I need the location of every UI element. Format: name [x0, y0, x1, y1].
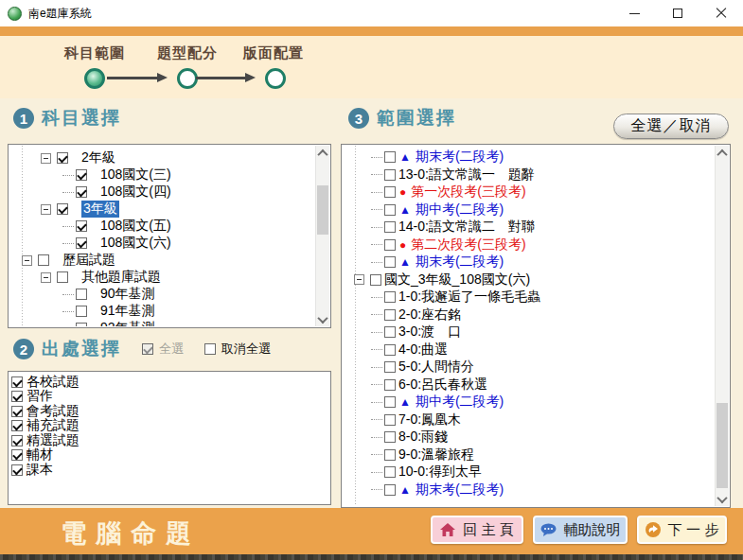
checkbox[interactable]: [384, 151, 396, 163]
tree-item[interactable]: 3年級: [9, 201, 314, 218]
tree-item[interactable]: 92年基測: [9, 320, 314, 326]
scroll-down-button[interactable]: [716, 492, 729, 506]
subject-panel-header: 1 科目選擇: [13, 106, 121, 131]
next-button[interactable]: 下 一 步: [637, 516, 727, 544]
checkbox[interactable]: [384, 344, 396, 356]
range-scrollbar[interactable]: [715, 146, 729, 506]
tree-item[interactable]: 91年基測: [9, 303, 314, 320]
source-item[interactable]: 補充試題: [11, 419, 329, 434]
tree-item[interactable]: ▲期末考(二段考): [343, 481, 714, 499]
checkbox[interactable]: [384, 186, 396, 198]
scrollbar-thumb[interactable]: [317, 185, 328, 235]
tree-item[interactable]: 108國文(四): [9, 184, 314, 201]
checkbox[interactable]: [57, 203, 68, 215]
checkbox[interactable]: [384, 361, 396, 373]
checkbox[interactable]: [76, 186, 87, 198]
checkbox[interactable]: [76, 220, 87, 232]
tree-item-label: 91年基測: [100, 303, 155, 320]
checkbox[interactable]: [76, 323, 87, 326]
checkbox[interactable]: [384, 256, 396, 268]
expander-icon[interactable]: [22, 255, 32, 266]
tree-item[interactable]: ●第二次段考(三段考): [343, 236, 714, 254]
home-button[interactable]: 回 主 頁: [431, 516, 523, 544]
source-item[interactable]: 習作: [11, 390, 329, 405]
checkbox[interactable]: [11, 406, 23, 417]
tree-item[interactable]: 7-0:鳳凰木: [343, 411, 714, 429]
tree-item[interactable]: ▲期末考(二段考): [343, 149, 714, 166]
checkbox[interactable]: [76, 289, 87, 300]
tree-item[interactable]: 9-0:溫馨旅程: [343, 446, 714, 464]
tree-item[interactable]: 13-0:語文常識一 題辭: [343, 166, 714, 184]
checkbox[interactable]: [384, 326, 396, 338]
tree-item[interactable]: 90年基測: [9, 286, 314, 303]
tree-item[interactable]: 1-0:我邂逅了一條毛毛蟲: [343, 289, 714, 306]
checkbox[interactable]: [384, 484, 396, 496]
tree-item[interactable]: ▲期中考(二段考): [343, 201, 714, 219]
checkbox[interactable]: [384, 169, 396, 181]
tree-item[interactable]: 4-0:曲選: [343, 341, 714, 359]
scrollbar-thumb[interactable]: [716, 403, 728, 488]
maximize-button[interactable]: [656, 0, 699, 26]
checkbox[interactable]: [384, 449, 396, 461]
expander-icon[interactable]: [41, 153, 51, 164]
source-item[interactable]: 輔材: [11, 448, 329, 464]
checkbox[interactable]: [11, 391, 23, 402]
checkbox[interactable]: [11, 464, 23, 476]
tree-item[interactable]: ▲期中考(二段考): [343, 394, 714, 411]
tree-item[interactable]: 14-0:語文常識二 對聯: [343, 219, 714, 236]
scroll-up-button[interactable]: [316, 146, 329, 160]
tree-item[interactable]: 其他題庫試題: [9, 269, 314, 286]
minimize-button[interactable]: [612, 0, 656, 26]
tree-item[interactable]: 2年級: [9, 149, 314, 166]
subject-scrollbar[interactable]: [315, 146, 329, 326]
scroll-down-button[interactable]: [316, 312, 329, 326]
deselect-all-checkbox[interactable]: [204, 343, 216, 355]
tree-item[interactable]: 108國文(五): [9, 218, 314, 235]
tree-item[interactable]: 國文_3年級_108國文(六): [343, 271, 714, 289]
checkbox[interactable]: [370, 274, 381, 286]
checkbox[interactable]: [384, 309, 396, 321]
checkbox[interactable]: [384, 466, 396, 478]
source-item[interactable]: 課本: [11, 463, 329, 478]
checkbox[interactable]: [384, 221, 396, 233]
checkbox[interactable]: [76, 237, 87, 249]
checkbox[interactable]: [38, 254, 49, 266]
checkbox[interactable]: [11, 420, 23, 431]
tree-item[interactable]: 5-0:人間情分: [343, 359, 714, 376]
source-item[interactable]: 各校試題: [11, 375, 329, 390]
select-all-checkbox[interactable]: [142, 343, 153, 355]
tree-item[interactable]: 3-0:渡 口: [343, 324, 714, 341]
checkbox[interactable]: [384, 239, 396, 251]
expander-icon[interactable]: [41, 272, 51, 283]
tree-item[interactable]: ●第一次段考(三段考): [343, 184, 714, 201]
checkbox[interactable]: [57, 152, 68, 164]
checkbox[interactable]: [384, 204, 396, 216]
checkbox[interactable]: [11, 449, 23, 461]
scroll-up-button[interactable]: [716, 146, 729, 160]
tree-item[interactable]: 108國文(三): [9, 166, 314, 184]
source-item[interactable]: 會考試題: [11, 404, 329, 419]
expander-icon[interactable]: [41, 204, 51, 215]
source-item[interactable]: 精選試題: [11, 433, 329, 448]
tree-item[interactable]: ▲期末考(二段考): [343, 254, 714, 271]
tree-item[interactable]: 10-0:得到太早: [343, 464, 714, 481]
checkbox[interactable]: [384, 291, 396, 303]
select-toggle-button[interactable]: 全選／取消: [613, 114, 729, 139]
checkbox[interactable]: [384, 396, 396, 408]
tree-item[interactable]: 歷屆試題: [9, 252, 314, 269]
checkbox[interactable]: [11, 376, 23, 388]
checkbox[interactable]: [384, 431, 396, 443]
tree-item[interactable]: 6-0:呂氏春秋選: [343, 376, 714, 394]
tree-item[interactable]: 108國文(六): [9, 235, 314, 252]
checkbox[interactable]: [384, 379, 396, 391]
tree-item[interactable]: 2-0:座右銘: [343, 306, 714, 324]
checkbox[interactable]: [76, 306, 87, 317]
checkbox[interactable]: [76, 169, 87, 181]
checkbox[interactable]: [384, 414, 396, 426]
checkbox[interactable]: [11, 435, 23, 446]
tree-item[interactable]: 8-0:雨錢: [343, 429, 714, 446]
help-button[interactable]: 輔助說明: [533, 516, 628, 544]
close-button[interactable]: [699, 0, 743, 26]
checkbox[interactable]: [57, 271, 68, 283]
expander-icon[interactable]: [354, 274, 364, 285]
